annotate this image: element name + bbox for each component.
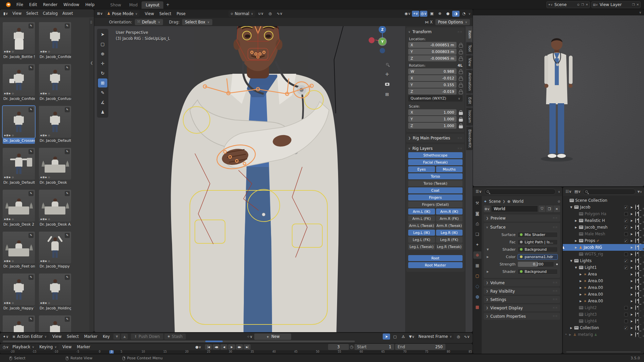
- properties-tab-texture[interactable]: ▩: [473, 303, 481, 311]
- gizmo-z-axis[interactable]: Z: [379, 26, 386, 33]
- rig-layer-eyes[interactable]: Eyes: [408, 166, 435, 172]
- rig-layer-coat[interactable]: Coat: [408, 187, 463, 193]
- select-cursor-icon[interactable]: ➤: [630, 273, 633, 276]
- menu-help[interactable]: Help: [82, 1, 97, 8]
- tool-cursor[interactable]: ⊕: [98, 49, 107, 58]
- edit-pose-icon[interactable]: ✎: [29, 317, 34, 322]
- tool-pose-tool[interactable]: ♟: [98, 108, 107, 117]
- properties-tab-render[interactable]: ◙: [473, 210, 481, 217]
- eye-icon[interactable]: [635, 238, 636, 243]
- lock-open-icon[interactable]: [459, 76, 463, 80]
- expand-closed-icon[interactable]: ▶: [579, 293, 582, 296]
- checkbox-icon[interactable]: ✓: [624, 266, 628, 269]
- eye-icon[interactable]: [635, 285, 636, 290]
- field-value-fac[interactable]: Light Path | Is...: [518, 239, 558, 245]
- rig-layer-leg-l-ik-[interactable]: Leg.L (IK): [408, 230, 435, 236]
- tool-rotate[interactable]: ↻: [98, 69, 107, 78]
- asset-thumbnail[interactable]: ✎◆▦◆ ◇: [39, 274, 71, 305]
- editor-type-icon[interactable]: ◷∨: [2, 344, 9, 350]
- rotation-w[interactable]: W0.988: [408, 68, 457, 74]
- outliner-row-polygon-ha[interactable]: Polygon Ha➤: [563, 210, 644, 217]
- rig-layer-arm-l-fk-[interactable]: Arm.L (FK): [408, 216, 435, 222]
- viewport-menu-view[interactable]: View: [142, 11, 157, 17]
- eye-icon[interactable]: [635, 218, 636, 223]
- field-value-color[interactable]: panorama1.hdr: [518, 254, 558, 260]
- edit-pose-icon[interactable]: ✎: [29, 65, 34, 70]
- viewport-disable-icon[interactable]: [638, 319, 639, 323]
- edit-pose-icon[interactable]: ✎: [29, 107, 34, 112]
- asset-thumbnail[interactable]: ✎◆▦◆ ◇: [39, 22, 71, 54]
- eye-icon[interactable]: [635, 212, 636, 216]
- viewport-disable-icon[interactable]: [638, 205, 639, 209]
- lock-open-icon[interactable]: [459, 83, 463, 87]
- properties-tab-tool[interactable]: ⚒: [473, 199, 481, 207]
- outliner-search-input[interactable]: [583, 189, 636, 195]
- sidebar-toggle-icon[interactable]: ▯: [90, 20, 92, 24]
- edit-pose-icon[interactable]: ✎: [65, 65, 70, 70]
- menu-file[interactable]: File: [13, 1, 26, 8]
- editor-mode-dropdown[interactable]: ▣ Action Editor∨: [10, 334, 49, 340]
- edit-pose-icon[interactable]: ✎: [65, 107, 70, 112]
- ortho-toggle-icon[interactable]: ⊞: [383, 90, 391, 99]
- filter-funnel-icon[interactable]: ▼∨: [637, 190, 642, 193]
- world-name-field[interactable]: World: [491, 205, 538, 212]
- rig-layer-arm-l-tweak-[interactable]: Arm.L (Tweak): [408, 223, 435, 229]
- select-cursor-icon[interactable]: ➤: [630, 299, 633, 303]
- proportional-falloff-icon[interactable]: ∿∨: [276, 11, 283, 17]
- timeline-dropdown-keying[interactable]: Keying∨: [37, 344, 59, 350]
- camera-view-icon[interactable]: [383, 80, 391, 88]
- outliner-row-light1[interactable]: ▼Light1✓➤: [563, 264, 644, 271]
- copy-icon[interactable]: ❐: [546, 205, 553, 212]
- sidebar-tab-view[interactable]: View: [466, 55, 473, 69]
- lock-open-icon[interactable]: [459, 69, 463, 73]
- asset-item[interactable]: ✎◆▦◆ ◇Dr. Jacob_Confused: [39, 64, 71, 102]
- workspace-tab-layout[interactable]: Layout: [142, 1, 163, 9]
- dopesheet-menu-view[interactable]: View: [50, 334, 64, 340]
- expand-open-icon[interactable]: ▼: [574, 266, 578, 269]
- view-layer-selector[interactable]: ▤∨ View Layer ❐ ✕: [591, 1, 641, 8]
- properties-tab-physics[interactable]: ◌: [473, 283, 481, 290]
- eye-icon[interactable]: [635, 292, 636, 297]
- checkbox-icon[interactable]: [624, 313, 628, 316]
- rotation-mode-dropdown[interactable]: Quaternion (WXYZ)∨: [408, 95, 463, 102]
- asset-item[interactable]: ✎◆▦◆ ◇Dr. Jacob_Bottle S...: [3, 22, 35, 60]
- new-action-button[interactable]: ＋New: [254, 334, 291, 340]
- eye-icon[interactable]: [635, 312, 636, 317]
- asset-item[interactable]: ✎◆▦◆ ◇Dr. Jacob_Desk: [39, 148, 71, 186]
- viewport-disable-icon[interactable]: [638, 225, 639, 230]
- outliner-row-jacob-mesh[interactable]: ▶Jacob_mesh✓➤: [563, 224, 644, 231]
- eye-icon[interactable]: [635, 232, 636, 236]
- asset-menu-asset[interactable]: Asset: [60, 10, 75, 16]
- outliner-row-area-00[interactable]: ▶☀Area.00➤: [563, 284, 644, 291]
- jump-start-button[interactable]: |◀: [205, 344, 212, 350]
- rotation-z[interactable]: Z-0.019: [408, 88, 457, 95]
- panel-ray-visibility[interactable]: ❯Ray Visibility⁙⁙: [484, 288, 560, 295]
- expand-closed-icon[interactable]: ▶: [574, 246, 578, 249]
- viewport-disable-icon[interactable]: [638, 285, 639, 290]
- asset-item[interactable]: ✎◆▦◆ ◇Dr. Jacob_Feet on ...: [3, 232, 35, 269]
- checkbox-icon[interactable]: ✓: [624, 205, 628, 209]
- select-cursor-icon[interactable]: ➤: [630, 306, 633, 310]
- eye-icon[interactable]: [635, 279, 636, 283]
- edit-pose-icon[interactable]: ✎: [65, 275, 70, 280]
- select-cursor-icon[interactable]: ➤: [630, 252, 633, 256]
- decorator-dot-icon[interactable]: [556, 263, 558, 265]
- display-mode-icon[interactable]: ☷∨: [565, 189, 572, 195]
- field-value-shader[interactable]: Background: [518, 269, 558, 275]
- edit-pose-icon[interactable]: ✎: [29, 275, 34, 280]
- asset-item[interactable]: ✎◆▦◆ ◇: [3, 315, 35, 332]
- copy-icon[interactable]: ❐: [632, 3, 635, 6]
- falloff-icon[interactable]: ∿∨: [463, 334, 471, 340]
- eye-icon[interactable]: [635, 332, 636, 337]
- dope-sheet-scrollbar[interactable]: [3, 341, 355, 342]
- select-cursor-icon[interactable]: ➤: [630, 313, 633, 316]
- asset-menu-select[interactable]: Select: [24, 10, 40, 16]
- lock-open-icon[interactable]: [459, 50, 463, 54]
- outliner-row-male-mesh[interactable]: Male Mesh➤: [563, 231, 644, 237]
- sidebar-tab-item[interactable]: Item: [466, 28, 473, 41]
- scale-x[interactable]: X1.000: [408, 109, 457, 115]
- sidebar-tab-isocam[interactable]: Isocam: [466, 108, 473, 125]
- jump-end-button[interactable]: ▶|: [244, 344, 251, 350]
- checkbox-icon[interactable]: ✓: [624, 219, 628, 223]
- asset-thumbnail[interactable]: ✎◆▦◆ ◇: [39, 232, 71, 263]
